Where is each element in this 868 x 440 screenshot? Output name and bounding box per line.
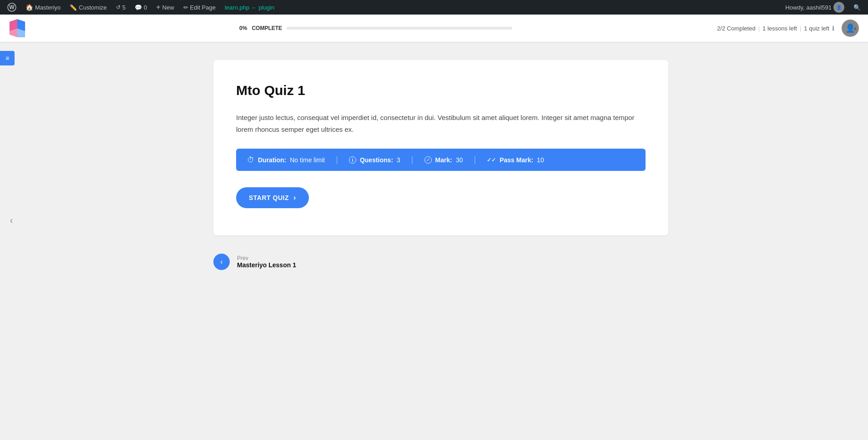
double-check-icon: ✓✓ xyxy=(487,157,496,163)
progress-bar-container: 0% COMPLETE xyxy=(239,25,512,31)
avatar-image: 👤 xyxy=(833,2,844,13)
course-header: 0% COMPLETE 2/2 Completed | 1 lessons le… xyxy=(0,15,868,42)
complete-label: COMPLETE xyxy=(252,25,282,31)
howdy-item[interactable]: Howdy, aashil591 👤 xyxy=(782,0,848,15)
progress-percent: 0% xyxy=(239,25,247,31)
nav-prev-lesson-info: Prev Masteriyo Lesson 1 xyxy=(237,255,296,269)
sidebar-toggle-button[interactable]: ≡ xyxy=(0,51,15,65)
plus-icon: + xyxy=(156,3,160,11)
quiz-card: Mto Quiz 1 Integer justo lectus, consequ… xyxy=(213,60,668,235)
pass-mark-meta: ✓✓ Pass Mark: 10 xyxy=(487,156,544,164)
quiz-meta-bar: ⏱ Duration: No time limit | i Questions:… xyxy=(236,149,646,171)
wp-logo-icon: W xyxy=(7,3,16,12)
course-navigation: ‹ Prev Masteriyo Lesson 1 xyxy=(213,254,668,270)
howdy-label: Howdy, aashil591 xyxy=(785,4,832,11)
duration-meta: ⏱ Duration: No time limit xyxy=(247,156,325,164)
info-circle-icon: i xyxy=(349,156,356,164)
stats-sep1: | xyxy=(758,25,760,32)
plugin-link[interactable]: learn.php ← plugin xyxy=(221,4,278,11)
collapse-icon: ▲ xyxy=(853,25,858,31)
quiz-left-stat: 1 quiz left xyxy=(804,25,829,32)
start-quiz-button[interactable]: START QUIZ › xyxy=(236,187,309,208)
questions-label: Questions: xyxy=(360,156,393,164)
plugin-link-label: learn.php ← plugin xyxy=(225,4,274,11)
pass-mark-label: Pass Mark: xyxy=(500,156,533,164)
questions-value: 3 xyxy=(397,156,400,164)
customize-label: Customize xyxy=(79,4,106,11)
quiz-title: Mto Quiz 1 xyxy=(236,83,646,98)
admin-bar: W 🏠 Masteriyo ✏️ Customize ↺ 5 💬 0 + New… xyxy=(0,0,868,15)
masteriyo-label: Masteriyo xyxy=(35,4,61,11)
meta-sep1: | xyxy=(336,155,338,165)
mark-meta: ✓ Mark: 30 xyxy=(424,156,463,164)
search-bar-item[interactable]: 🔍 xyxy=(850,0,864,15)
customize-icon: ✏️ xyxy=(70,4,77,11)
meta-sep2: | xyxy=(411,155,414,165)
info-icon[interactable]: ℹ xyxy=(832,25,834,32)
pass-mark-value: 10 xyxy=(537,156,544,164)
masteriyo-site-icon: 🏠 xyxy=(25,4,33,11)
start-quiz-label: START QUIZ xyxy=(249,194,289,201)
questions-meta: i Questions: 3 xyxy=(349,156,400,164)
admin-avatar: 👤 xyxy=(833,2,844,13)
lessons-left-stat: 1 lessons left xyxy=(762,25,797,32)
meta-sep3: | xyxy=(474,155,476,165)
duration-label: Duration: xyxy=(258,156,286,164)
completed-stat: 2/2 Completed xyxy=(717,25,756,32)
progress-section: 0% COMPLETE xyxy=(35,25,717,31)
main-layout: ‹ Mto Quiz 1 Integer justo lectus, conse… xyxy=(0,42,868,440)
start-quiz-arrow-icon: › xyxy=(293,194,296,202)
revisions-icon: ↺ xyxy=(116,4,121,10)
comments-count: 0 xyxy=(144,4,147,11)
course-logo xyxy=(9,19,25,37)
main-content: Mto Quiz 1 Integer justo lectus, consequ… xyxy=(0,42,868,440)
duration-value: No time limit xyxy=(290,156,325,164)
mark-value: 30 xyxy=(456,156,463,164)
svg-text:W: W xyxy=(9,4,15,10)
page-prev-arrow[interactable]: ‹ xyxy=(5,213,18,227)
prev-label: Prev xyxy=(237,255,296,261)
nav-prev-button[interactable]: ‹ xyxy=(213,254,230,270)
mark-label: Mark: xyxy=(435,156,452,164)
edit-page-label: Edit Page xyxy=(190,4,216,11)
new-label: New xyxy=(162,4,174,11)
prev-lesson-name: Masteriyo Lesson 1 xyxy=(237,261,296,269)
clock-icon: ⏱ xyxy=(247,156,254,164)
edit-page-menu-item[interactable]: ✏ Edit Page xyxy=(180,0,219,15)
course-stats: 2/2 Completed | 1 lessons left | 1 quiz … xyxy=(717,25,834,32)
comments-menu-item[interactable]: 💬 0 xyxy=(131,0,151,15)
wp-logo-item[interactable]: W xyxy=(4,0,20,15)
revisions-count: 5 xyxy=(122,4,126,11)
customize-menu-item[interactable]: ✏️ Customize xyxy=(66,0,110,15)
stats-sep2: | xyxy=(800,25,801,32)
edit-icon: ✏ xyxy=(183,4,188,11)
menu-icon: ≡ xyxy=(5,55,9,62)
quiz-description: Integer justo lectus, consequat vel impe… xyxy=(236,112,646,135)
collapse-header-button[interactable]: ▲ xyxy=(850,23,861,34)
masteriyo-logo-icon xyxy=(9,19,25,37)
prev-arrow-icon: ‹ xyxy=(10,215,13,225)
new-menu-item[interactable]: + New xyxy=(152,0,177,15)
revisions-menu-item[interactable]: ↺ 5 xyxy=(112,0,129,15)
search-icon: 🔍 xyxy=(853,4,861,11)
masteriyo-menu-item[interactable]: 🏠 Masteriyo xyxy=(22,0,64,15)
nav-prev-icon: ‹ xyxy=(220,258,222,266)
check-circle-icon: ✓ xyxy=(424,156,432,164)
admin-bar-right: Howdy, aashil591 👤 🔍 xyxy=(782,0,864,15)
progress-bar-track xyxy=(287,27,512,30)
comments-icon: 💬 xyxy=(135,4,142,11)
